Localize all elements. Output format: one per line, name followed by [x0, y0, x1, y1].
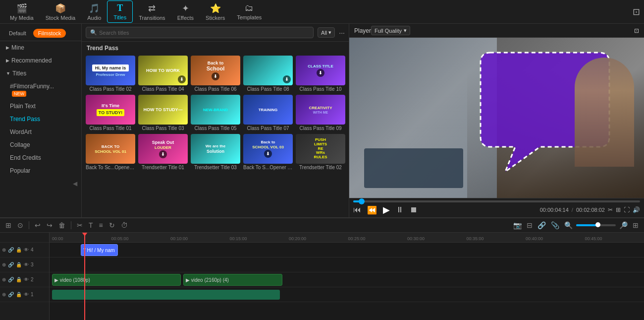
list-item[interactable]: CREATIVITY WITH ME Class Pass Title 09 — [296, 95, 345, 131]
pause-btn[interactable]: ⏸ — [396, 205, 404, 214]
lock-icon[interactable]: 🔒 — [16, 247, 22, 253]
timeline-grid-btn[interactable]: ⊞ — [4, 220, 13, 230]
toolbar-effects[interactable]: ✦ Effects — [171, 1, 200, 23]
timeline-rotate-btn[interactable]: ↻ — [107, 220, 116, 230]
timeline-content: ⊕ 🔗 🔒 👁 4 ⊕ 🔗 🔒 👁 3 ⊕ 🔗 🔒 👁 2 — [0, 233, 644, 320]
add-track-icon[interactable]: ⊕ — [2, 262, 6, 267]
list-item[interactable]: HOW TO WORK ⬇ Class Pass Title 04 — [138, 56, 188, 92]
list-item[interactable]: Hi, My name is Professor Drew Class Pass… — [86, 56, 135, 92]
lock-icon[interactable]: 🔒 — [16, 277, 22, 282]
toolbar-transitions-label: Transitions — [139, 15, 165, 21]
add-track-icon[interactable]: ⊕ — [2, 277, 6, 282]
lock-icon[interactable]: 🔒 — [16, 262, 22, 267]
list-item[interactable]: It's Time TO STUDY! Class Pass Title 01 — [86, 95, 135, 131]
eye-icon[interactable]: 👁 — [24, 292, 29, 297]
sidebar-item-trend-pass[interactable]: Trend Pass — [0, 113, 81, 126]
list-item[interactable]: HOW TO STUDY— Class Pass Title 03 — [138, 95, 188, 131]
progress-knob[interactable] — [359, 198, 365, 204]
eye-icon[interactable]: 👁 — [24, 247, 29, 253]
timeline-camera-btn[interactable]: 📷 — [512, 220, 523, 230]
timeline-layout-btn[interactable]: ⊟ — [525, 220, 534, 230]
timeline-zoom-in-btn[interactable]: 🔎 — [618, 220, 629, 230]
toolbar-stickers[interactable]: ⭐ Stickers — [200, 1, 231, 23]
timeline-delete-btn[interactable]: 🗑 — [57, 220, 67, 230]
toolbar-audio[interactable]: 🎵 Audio — [81, 1, 107, 23]
step-back-btn[interactable]: ⏪ — [367, 205, 377, 215]
titles-grid: Hi, My name is Professor Drew Class Pass… — [82, 54, 349, 217]
volume-btn[interactable]: 🔊 — [633, 206, 640, 213]
stop-btn[interactable]: ⏹ — [410, 205, 418, 214]
timeline-cut-btn[interactable]: ✂ — [75, 220, 84, 230]
video-clip-1[interactable]: ▶ video (1080p) — [52, 274, 181, 286]
link-icon[interactable]: 🔗 — [8, 277, 14, 282]
toolbar-stock-media[interactable]: 📦 Stock Media — [40, 1, 82, 23]
list-item[interactable]: Back to SCHOOL VOL 03 ⬇ Back To S...Open… — [243, 134, 293, 170]
list-item[interactable]: We are the Solution Trendsetter Title 03 — [191, 134, 240, 170]
zoom-knob[interactable] — [595, 222, 600, 227]
split-btn[interactable]: ✂ — [608, 206, 613, 213]
audio-clip[interactable] — [52, 290, 280, 300]
sidebar-item-filmora-funny[interactable]: #FilmoraFunny... NEW — [0, 80, 81, 100]
toolbar-titles[interactable]: T Titles — [107, 0, 133, 23]
sidebar-tab-filmstock[interactable]: Filmstock — [33, 29, 66, 38]
sidebar-tab-default[interactable]: Default — [4, 29, 31, 38]
timeline-text-btn[interactable]: T — [87, 220, 95, 230]
timeline-speed-btn[interactable]: ⏱ — [119, 220, 129, 230]
sidebar-titles-section[interactable]: ▼ Titles — [0, 67, 81, 80]
lock-icon[interactable]: 🔒 — [16, 292, 22, 297]
item-label: Trendsetter Title 02 — [296, 165, 345, 170]
sidebar-mine-section[interactable]: ▶ Mine — [0, 41, 81, 54]
sidebar-item-collage[interactable]: Collage — [0, 138, 81, 151]
thumb-class-pass-05: NEW-BRAND — [191, 95, 240, 125]
collapse-sidebar-btn[interactable]: ◀ — [73, 180, 77, 187]
list-item[interactable]: CLASS TITLE ⬇ Class Pass Title 10 — [296, 56, 345, 92]
timeline-link-btn[interactable]: 🔗 — [536, 220, 547, 230]
video-clip-2[interactable]: ▶ video (2160p) (4) — [183, 274, 282, 286]
add-track-icon[interactable]: ⊕ — [2, 247, 6, 253]
link-icon[interactable]: 🔗 — [8, 262, 14, 267]
toolbar-transitions[interactable]: ⇄ Transitions — [133, 1, 171, 23]
sidebar-item-plain-text[interactable]: Plain Text — [0, 100, 81, 113]
sidebar-item-popular[interactable]: Popular — [0, 164, 81, 177]
list-item[interactable]: PUSHLIMITSREWRsRULES Trendsetter Title 0… — [296, 134, 345, 170]
timeline-undo-btn[interactable]: ↩ — [33, 220, 42, 230]
eye-icon[interactable]: 👁 — [24, 277, 29, 282]
play-btn[interactable]: ▶ — [383, 204, 390, 215]
timeline-redo-btn[interactable]: ↪ — [45, 220, 54, 230]
player-expand-icon[interactable]: ⊡ — [634, 27, 639, 34]
more-options-btn[interactable]: ··· — [339, 29, 345, 37]
ruler-mark: 00:05:00 — [111, 236, 171, 241]
timeline-magnet-btn[interactable]: ⊙ — [16, 220, 25, 230]
add-track-icon[interactable]: ⊕ — [2, 292, 6, 297]
sidebar-mine-label: Mine — [11, 44, 24, 51]
skip-back-btn[interactable]: ⏮ — [353, 205, 361, 214]
filter-dropdown[interactable]: All ▾ — [318, 27, 335, 38]
toolbar-templates[interactable]: 🗂 Templates — [231, 1, 268, 22]
toolbar-my-media[interactable]: 🎬 My Media — [4, 1, 40, 23]
effects-icon: ✦ — [182, 3, 189, 14]
timeline-clip-btn[interactable]: 📎 — [549, 220, 561, 230]
list-item[interactable]: NEW-BRAND Class Pass Title 05 — [191, 95, 240, 131]
search-box[interactable]: 🔍 Search titles — [86, 27, 314, 38]
timeline-zoom-out-btn[interactable]: 🔍 — [563, 220, 574, 230]
list-item[interactable]: TRAINING Class Pass Title 07 — [243, 95, 293, 131]
link-icon[interactable]: 🔗 — [8, 292, 14, 297]
sidebar-item-wordart[interactable]: WordArt — [0, 126, 81, 138]
fullscreen-btn[interactable]: ⛶ — [624, 206, 630, 213]
list-item[interactable]: Speak Out LOUDER ⬇ Trendsetter Title 01 — [138, 134, 188, 170]
quality-dropdown[interactable]: Full Quality ▾ — [371, 26, 410, 35]
link-icon[interactable]: 🔗 — [8, 247, 14, 253]
list-item[interactable]: BACK TO SCHOOL VOL 01 Back To Sc...Opene… — [86, 134, 135, 170]
timeline-align-btn[interactable]: ≡ — [98, 220, 105, 230]
timeline-view-btn[interactable]: ⊞ — [631, 220, 640, 230]
eye-icon[interactable]: 👁 — [24, 262, 29, 267]
crop-btn[interactable]: ⊞ — [616, 206, 621, 213]
playhead[interactable] — [84, 233, 85, 320]
sidebar-recommended-section[interactable]: ▶ Recommended — [0, 54, 81, 67]
title-clip[interactable]: T Hi! / My nam — [81, 244, 118, 256]
list-item[interactable]: Back to School ⬇ Class Pass Title 06 — [191, 56, 240, 92]
list-item[interactable]: ⬇ Class Pass Title 08 — [243, 56, 293, 92]
progress-bar[interactable] — [353, 200, 640, 202]
sidebar-item-end-credits[interactable]: End Credits — [0, 151, 81, 164]
zoom-track[interactable] — [576, 224, 616, 226]
